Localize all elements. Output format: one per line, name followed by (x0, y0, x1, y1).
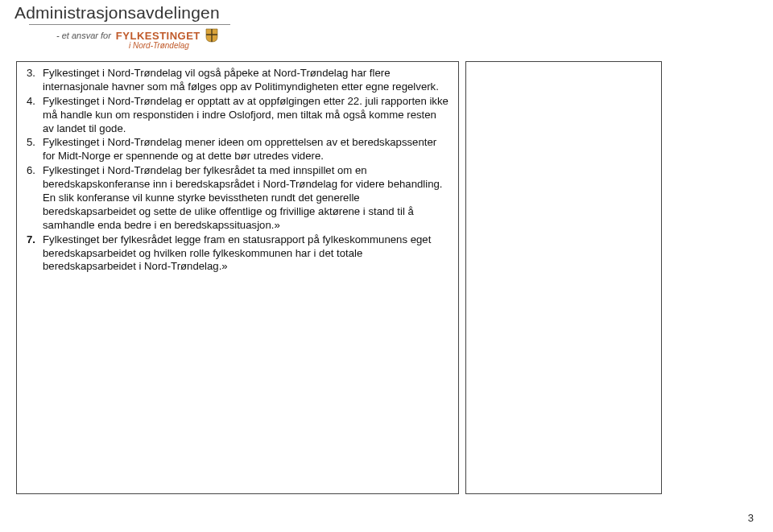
content-row: Fylkestinget i Nord-Trøndelag vil også p… (0, 50, 773, 494)
brand-name: FYLKESTINGET (116, 30, 200, 42)
list-item: Fylkestinget i Nord-Trøndelag mener idee… (25, 136, 450, 163)
page-number: 3 (748, 512, 754, 524)
list-item: Fylkestinget i Nord-Trøndelag er opptatt… (25, 95, 450, 136)
text-box-left: Fylkestinget i Nord-Trøndelag vil også p… (16, 61, 459, 494)
page-header: Administrasjonsavdelingen - et ansvar fo… (0, 0, 773, 50)
department-title: Administrasjonsavdelingen (14, 3, 773, 23)
list-item: Fylkestinget i Nord-Trøndelag ber fylkes… (25, 164, 450, 232)
list-item: Fylkestinget ber fylkesrådet legge fram … (25, 233, 450, 274)
header-tagline: - et ansvar for FYLKESTINGET (14, 25, 773, 43)
list-item: Fylkestinget i Nord-Trøndelag vil også p… (25, 67, 450, 94)
brand-sub: i Nord-Trøndelag (14, 41, 773, 50)
shield-icon (205, 28, 218, 43)
tagline-prefix: - et ansvar for (56, 31, 111, 40)
numbered-list: Fylkestinget i Nord-Trøndelag vil også p… (25, 67, 450, 274)
text-box-right (465, 61, 662, 494)
